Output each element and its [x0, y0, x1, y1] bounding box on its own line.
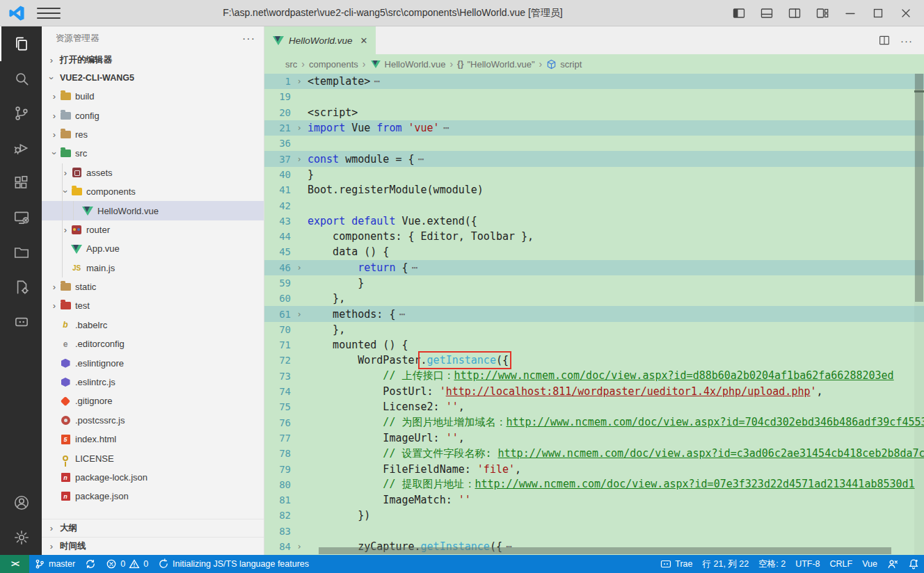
tree-item-src[interactable]: ›src — [42, 144, 264, 163]
fold-chevron-icon[interactable]: › — [291, 309, 308, 319]
folded-ellipsis[interactable]: ⋯ — [412, 261, 418, 274]
fold-chevron-icon[interactable]: › — [291, 76, 308, 86]
tree-item-.gitignore[interactable]: .gitignore — [42, 392, 264, 410]
breadcrumb-item[interactable]: {}"HelloWorld.vue" — [457, 59, 534, 70]
status-feedback[interactable] — [882, 555, 903, 573]
fold-chevron-icon[interactable]: › — [291, 123, 308, 133]
code-line-44[interactable]: 44 components: { Editor, Toolbar }, — [264, 229, 924, 244]
chevron-down-icon[interactable]: › — [61, 186, 71, 197]
split-editor-icon[interactable] — [878, 34, 891, 47]
vertical-scrollbar[interactable] — [914, 74, 924, 555]
open-editors-section[interactable]: › 打开的编辑器 — [42, 51, 264, 69]
workspace-root[interactable]: › VUE2-CLI-WANG5 — [42, 69, 264, 87]
code-line-61[interactable]: 61› methods: {⋯ — [264, 306, 924, 321]
folded-ellipsis[interactable]: ⋯ — [418, 153, 424, 166]
sidebar-more-actions-icon[interactable]: ··· — [242, 33, 255, 45]
chevron-down-icon[interactable]: › — [49, 148, 60, 159]
layout-sidebar-left-button[interactable] — [725, 1, 753, 25]
activity-file-gear[interactable] — [0, 270, 42, 305]
code-line-19[interactable]: 19 — [264, 89, 924, 104]
code-line-45[interactable]: 45 data () { — [264, 244, 924, 259]
activity-files[interactable] — [0, 26, 42, 61]
tree-item-test[interactable]: ›test — [42, 296, 264, 315]
code-line-80[interactable]: 80 // 提取图片地址：http://www.ncmem.com/doc/vi… — [264, 477, 924, 492]
code-line-78[interactable]: 78 // 设置文件字段名称: http://www.ncmem.com/doc… — [264, 446, 924, 461]
tree-item-assets[interactable]: ›assets — [42, 163, 264, 182]
tree-item-package-lock.json[interactable]: npackage-lock.json — [42, 468, 264, 487]
fold-chevron-icon[interactable]: › — [291, 542, 308, 551]
chevron-right-icon[interactable]: › — [49, 282, 60, 292]
scrollbar-thumb[interactable] — [915, 74, 923, 302]
activity-account[interactable] — [0, 485, 42, 520]
minimize-button[interactable] — [836, 1, 864, 25]
tree-item-index.html[interactable]: 5index.html — [42, 430, 264, 449]
status-sync[interactable] — [80, 555, 101, 573]
scrollbar-thumb[interactable] — [319, 547, 891, 554]
tree-item-router[interactable]: ›router — [42, 220, 264, 239]
folded-ellipsis[interactable]: ⋯ — [374, 75, 380, 88]
fold-chevron-icon[interactable]: › — [291, 263, 308, 273]
code-line-71[interactable]: 71 mounted () { — [264, 337, 924, 353]
layout-custom-button[interactable] — [808, 1, 836, 25]
menu-icon[interactable] — [37, 3, 61, 24]
code-line-46[interactable]: 46› return {⋯ — [264, 260, 924, 275]
status-encoding[interactable]: UTF-8 — [790, 555, 825, 573]
code-line-40[interactable]: 40} — [264, 167, 924, 182]
code-line-43[interactable]: 43export default Vue.extend({ — [264, 213, 924, 229]
tree-item-app.vue[interactable]: App.vue — [42, 239, 264, 258]
layout-sidebar-right-button[interactable] — [781, 1, 808, 25]
tree-item-helloworld.vue[interactable]: HelloWorld.vue — [42, 201, 264, 220]
code-line-1[interactable]: 1›<template>⋯ — [264, 74, 924, 89]
tree-item-.editorconfig[interactable]: e.editorconfig — [42, 334, 264, 353]
chevron-right-icon[interactable]: › — [49, 129, 60, 140]
code-line-70[interactable]: 70 }, — [264, 322, 924, 337]
layout-panel-button[interactable] — [753, 1, 781, 25]
code-line-83[interactable]: 83 — [264, 524, 924, 539]
code-line-41[interactable]: 41Boot.registerModule(wmodule) — [264, 182, 924, 197]
outline-section[interactable]: › 大纲 — [42, 519, 264, 537]
status-problems[interactable]: 00 — [101, 555, 153, 573]
status-indentation[interactable]: 空格: 2 — [754, 555, 790, 573]
status-eol[interactable]: CRLF — [825, 555, 858, 573]
code-line-79[interactable]: 79 FileFieldName: 'file', — [264, 461, 924, 476]
tree-item-res[interactable]: ›res — [42, 125, 264, 144]
code-line-20[interactable]: 20<script> — [264, 105, 924, 120]
breadcrumb-item[interactable]: script — [546, 59, 582, 70]
folded-ellipsis[interactable]: ⋯ — [399, 308, 405, 321]
breadcrumb-item[interactable]: components — [309, 59, 358, 70]
code-line-37[interactable]: 37›const wmodule = {⋯ — [264, 151, 924, 166]
code-line-21[interactable]: 21›import Vue from 'vue'⋯ — [264, 120, 924, 136]
code-line-73[interactable]: 73 // 上传接口：http://www.ncmem.com/doc/view… — [264, 369, 924, 384]
status-trae[interactable]: Trae — [655, 555, 697, 573]
status-notifications[interactable] — [903, 555, 924, 573]
status-language-mode[interactable]: Vue — [857, 555, 882, 573]
code-line-72[interactable]: 72 WordPaster.getInstance({ — [264, 353, 924, 368]
chevron-right-icon[interactable]: › — [49, 91, 60, 102]
code-line-42[interactable]: 42 — [264, 197, 924, 213]
remote-indicator[interactable]: >< — [0, 555, 29, 573]
code-line-74[interactable]: 74 PostUrl: 'http://localhost:811/wordpa… — [264, 384, 924, 399]
close-tab-icon[interactable]: ✕ — [360, 35, 368, 46]
tree-item-.eslintrc.js[interactable]: .eslintrc.js — [42, 373, 264, 392]
breadcrumb-item[interactable]: HelloWorld.vue — [370, 59, 446, 70]
activity-ai-chat[interactable] — [0, 305, 42, 339]
status-cursor-position[interactable]: 行 21, 列 22 — [698, 555, 754, 573]
activity-settings[interactable] — [0, 520, 42, 555]
activity-run-debug[interactable] — [0, 131, 42, 166]
tree-item-.eslintignore[interactable]: .eslintignore — [42, 353, 264, 372]
activity-folder-opened[interactable] — [0, 235, 42, 270]
tree-item-.postcssrc.js[interactable]: .postcssrc.js — [42, 411, 264, 430]
code-line-36[interactable]: 36 — [264, 136, 924, 151]
more-actions-icon[interactable]: ··· — [900, 35, 913, 47]
activity-search[interactable] — [0, 61, 42, 96]
horizontal-scrollbar[interactable] — [319, 547, 903, 555]
code-line-82[interactable]: 82 }) — [264, 508, 924, 523]
status-git-branch[interactable]: master — [29, 555, 80, 573]
timeline-section[interactable]: › 时间线 — [42, 537, 264, 555]
tab-helloworld-vue[interactable]: HelloWorld.vue ✕ — [264, 26, 376, 54]
tree-item-license[interactable]: LICENSE — [42, 449, 264, 467]
fold-chevron-icon[interactable]: › — [291, 154, 308, 164]
folded-ellipsis[interactable]: ⋯ — [443, 122, 449, 134]
tree-item-config[interactable]: ›config — [42, 106, 264, 124]
activity-extensions[interactable] — [0, 166, 42, 200]
